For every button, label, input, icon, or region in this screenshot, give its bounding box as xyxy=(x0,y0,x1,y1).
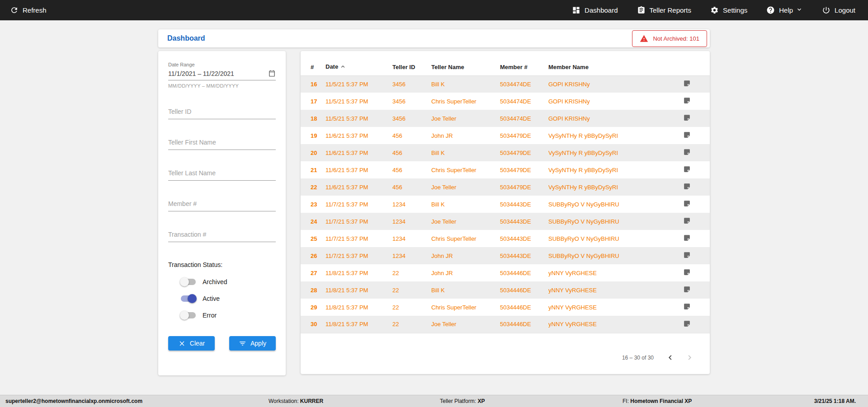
cell-member-name: VySyNTHy R yBByDySyRI xyxy=(548,161,671,178)
note-button[interactable] xyxy=(683,114,691,122)
note-button[interactable] xyxy=(683,320,691,327)
nav-item-logout[interactable]: Logout xyxy=(822,6,855,14)
table-row[interactable]: 19 11/6/21 5:37 PM 456 John JR 5034479DE… xyxy=(301,127,710,144)
table-row[interactable]: 25 11/7/21 5:37 PM 1234 Chris SuperTelle… xyxy=(301,230,710,247)
col-header-teller-name[interactable]: Teller Name xyxy=(431,59,500,75)
cell-member-num: 5034443DE xyxy=(500,230,548,247)
teller-last-name-input[interactable] xyxy=(168,167,276,181)
nav-item-settings[interactable]: Settings xyxy=(710,6,747,14)
teller-id-input[interactable] xyxy=(168,105,276,119)
cell-row-num: 16 xyxy=(301,75,326,93)
toggle-active[interactable]: Active xyxy=(180,294,276,303)
cell-member-name: yNNY VyRGHESE xyxy=(548,316,671,333)
nav-item-help[interactable]: Help xyxy=(766,6,803,14)
apply-button[interactable]: Apply xyxy=(229,336,276,351)
cell-notes xyxy=(671,93,710,110)
cell-row-num: 17 xyxy=(301,93,326,110)
note-button[interactable] xyxy=(683,217,691,225)
note-button[interactable] xyxy=(683,285,691,293)
cell-teller-id: 456 xyxy=(392,144,431,161)
col-header-member-num[interactable]: Member # xyxy=(500,59,548,75)
table-row[interactable]: 17 11/5/21 5:37 PM 3456 Chris SuperTelle… xyxy=(301,93,710,110)
cell-teller-name: John JR xyxy=(431,264,500,281)
table-row[interactable]: 26 11/7/21 5:37 PM 1234 John JR 5034443D… xyxy=(301,247,710,264)
note-button[interactable] xyxy=(683,131,691,139)
nav-item-dashboard[interactable]: Dashboard xyxy=(572,6,618,14)
member-number-input[interactable] xyxy=(168,197,276,211)
date-range-value[interactable]: 11/1/2021 – 11/22/2021 xyxy=(168,70,234,77)
clear-button[interactable]: Clear xyxy=(168,336,215,351)
nav-item-teller-reports[interactable]: Teller Reports xyxy=(637,6,692,14)
note-button[interactable] xyxy=(683,303,691,310)
table-row[interactable]: 27 11/8/21 5:37 PM 22 John JR 5034446DE … xyxy=(301,264,710,281)
filter-icon xyxy=(239,340,246,347)
table-row[interactable]: 29 11/8/21 5:37 PM 22 Chris SuperTeller … xyxy=(301,299,710,316)
note-button[interactable] xyxy=(683,182,691,190)
cell-row-num: 24 xyxy=(301,213,326,230)
cell-member-name: GOPI KRISHNy xyxy=(548,110,671,127)
table-row[interactable]: 16 11/5/21 5:37 PM 3456 Bill K 5034474DE… xyxy=(301,75,710,93)
note-icon xyxy=(683,131,691,139)
note-button[interactable] xyxy=(683,165,691,173)
filter-panel: Date Range 11/1/2021 – 11/22/2021 MM/DD/… xyxy=(158,51,286,375)
cell-date: 11/5/21 5:37 PM xyxy=(326,75,392,93)
cell-date: 11/6/21 5:37 PM xyxy=(326,127,392,144)
note-button[interactable] xyxy=(683,80,691,87)
cell-row-num: 20 xyxy=(301,144,326,161)
note-button[interactable] xyxy=(683,97,691,104)
cell-teller-id: 1234 xyxy=(392,230,431,247)
note-button[interactable] xyxy=(683,251,691,259)
col-header-teller-id[interactable]: Teller ID xyxy=(392,59,431,75)
cell-teller-id: 1234 xyxy=(392,213,431,230)
table-row[interactable]: 30 11/8/21 5:37 PM 22 Joe Teller 5034446… xyxy=(301,316,710,333)
cell-teller-id: 1234 xyxy=(392,247,431,264)
not-archived-label: Not Archived: 101 xyxy=(653,35,699,42)
table-row[interactable]: 23 11/7/21 5:37 PM 1234 Bill K 5034443DE… xyxy=(301,196,710,213)
toggle-archived[interactable]: Archived xyxy=(180,277,276,286)
teller-first-name-input[interactable] xyxy=(168,136,276,150)
toggle-switch-icon xyxy=(180,311,197,320)
table-row[interactable]: 22 11/6/21 5:37 PM 456 Joe Teller 503447… xyxy=(301,178,710,196)
nav-label-logout: Logout xyxy=(835,6,855,14)
cell-member-num: 5034479DE xyxy=(500,178,548,196)
calendar-button[interactable] xyxy=(268,70,276,77)
note-button[interactable] xyxy=(683,268,691,276)
toggle-error[interactable]: Error xyxy=(180,311,276,320)
col-header-member-name[interactable]: Member Name xyxy=(548,59,671,75)
logout-icon xyxy=(822,6,830,14)
not-archived-badge[interactable]: Not Archived: 101 xyxy=(632,30,707,47)
dashboard-icon xyxy=(572,6,580,14)
transaction-number-input[interactable] xyxy=(168,228,276,242)
cell-notes xyxy=(671,264,710,281)
table-row[interactable]: 28 11/8/21 5:37 PM 22 Bill K 5034446DE y… xyxy=(301,281,710,299)
cell-member-num: 5034474DE xyxy=(500,93,548,110)
cell-member-name: VySyNTHy R yBByDySyRI xyxy=(548,178,671,196)
col-header-date[interactable]: Date xyxy=(326,59,392,75)
note-button[interactable] xyxy=(683,148,691,156)
col-header-num[interactable]: # xyxy=(301,59,326,75)
cell-row-num: 29 xyxy=(301,299,326,316)
cell-teller-id: 3456 xyxy=(392,75,431,93)
table-row[interactable]: 24 11/7/21 5:37 PM 1234 Joe Teller 50344… xyxy=(301,213,710,230)
date-range-field[interactable]: Date Range 11/1/2021 – 11/22/2021 MM/DD/… xyxy=(168,62,276,89)
app-root: Refresh Dashboard Teller Reports Setting… xyxy=(0,0,868,407)
refresh-button[interactable]: Refresh xyxy=(10,6,47,14)
cell-teller-id: 22 xyxy=(392,316,431,333)
cell-member-num: 5034446DE xyxy=(500,299,548,316)
date-range-label: Date Range xyxy=(168,62,276,67)
note-icon xyxy=(683,320,691,327)
footer-financial-institution: FI: Hometown Financial XP xyxy=(623,395,692,407)
table-row[interactable]: 20 11/6/21 5:37 PM 456 Bill K 5034479DE … xyxy=(301,144,710,161)
cell-teller-name: Chris SuperTeller xyxy=(431,299,500,316)
note-button[interactable] xyxy=(683,234,691,242)
table-row[interactable]: 21 11/6/21 5:37 PM 456 Chris SuperTeller… xyxy=(301,161,710,178)
chevron-right-icon xyxy=(685,353,694,362)
note-button[interactable] xyxy=(683,200,691,207)
note-icon xyxy=(683,148,691,156)
date-range-helper: MM/DD/YYYY – MM/DD/YYYY xyxy=(168,83,276,89)
table-row[interactable]: 18 11/5/21 5:37 PM 3456 Joe Teller 50344… xyxy=(301,110,710,127)
cell-notes xyxy=(671,144,710,161)
top-nav: Refresh Dashboard Teller Reports Setting… xyxy=(0,0,868,20)
note-icon xyxy=(683,234,691,242)
prev-page-button[interactable] xyxy=(664,351,677,364)
